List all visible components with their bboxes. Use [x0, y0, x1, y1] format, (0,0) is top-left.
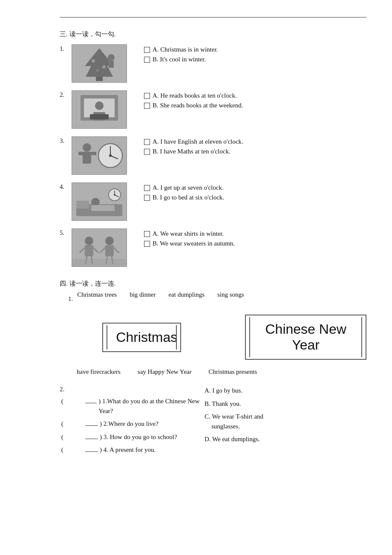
svg-point-3 — [92, 59, 95, 63]
item-options-1: A. Christmas is in winter. B. It's cool … — [144, 44, 218, 63]
option-3b: B. I have Maths at ten o'clock. — [144, 148, 243, 155]
svg-rect-2 — [96, 77, 103, 81]
item-image-1 — [72, 44, 127, 83]
q2-row-3: ( ) 3. How do you go to school? — [60, 432, 205, 442]
svg-rect-45 — [72, 259, 127, 266]
item-num-3: 3. — [60, 136, 72, 145]
svg-point-39 — [105, 237, 114, 245]
q2-row-2: ( ) 2.Where do you live? — [60, 419, 205, 429]
svg-rect-40 — [105, 245, 114, 256]
item-num-2: 2. — [60, 90, 72, 98]
answer-row-1: A. I go by bus. — [205, 386, 315, 396]
section4: 四. 读一读，连一连. 1. Christmas trees big dinne… — [60, 280, 366, 458]
answer-label-1: A. — [205, 387, 211, 394]
q2-two-col: 2. ( ) 1.What do you do at the Chinese N… — [60, 386, 366, 458]
checkbox-2a[interactable] — [144, 93, 150, 99]
bottom-word-1: have firecrackers — [77, 368, 121, 376]
option-5a: A. We wear shirts in winter. — [144, 230, 235, 237]
item-num-4: 4. — [60, 182, 72, 191]
svg-rect-21 — [78, 152, 84, 155]
words-row: Christmas trees big dinner eat dumplings… — [77, 291, 244, 298]
option-3a: A. I have English at eleven o'clock. — [144, 138, 243, 145]
q2-text-2: ) 2.Where do you live? — [100, 419, 159, 429]
section3-title: 三. 读一读，勾一勾. — [60, 30, 366, 38]
answer-row-4: D. We eat dumplings. — [205, 434, 315, 444]
bottom-word-3: Christmas presents — [209, 368, 257, 376]
checkbox-5b[interactable] — [144, 241, 150, 247]
top-divider — [60, 17, 366, 17]
answer-text-4: We eat dumplings. — [212, 436, 260, 442]
answer-label-3: C. — [205, 413, 210, 420]
checkbox-2b[interactable] — [144, 103, 150, 109]
answer-label-2: B. — [205, 400, 210, 407]
checkbox-4a[interactable] — [144, 185, 150, 191]
svg-point-11 — [95, 101, 104, 110]
item-image-2 — [72, 90, 127, 129]
checkbox-3a[interactable] — [144, 139, 150, 145]
q2-answers-col: A. I go by bus. B. Thank you. C. We wear… — [205, 386, 315, 458]
q2-blank-1[interactable] — [85, 396, 97, 403]
checkbox-5a[interactable] — [144, 231, 150, 237]
q2-blank-2[interactable] — [85, 419, 98, 426]
svg-rect-34 — [85, 245, 93, 256]
item-row-3: 3. A. I have English at eleven o'clock. — [60, 136, 366, 175]
item-row-4: 4. A. I get up at seven o'clock. — [60, 182, 366, 221]
word-2: big dinner — [130, 291, 156, 298]
svg-rect-7 — [109, 61, 114, 68]
svg-point-6 — [108, 54, 115, 61]
item-options-4: A. I get up at seven o'clock. B. I go to… — [144, 182, 224, 201]
section4-q2: 2. ( ) 1.What do you do at the Chinese N… — [60, 386, 366, 458]
answer-text-2: Thank you. — [212, 400, 241, 407]
svg-rect-27 — [91, 205, 115, 211]
option-4b: B. I go to bed at six o'clock. — [144, 194, 224, 201]
q2-row-1: ( ) 1.What do you do at the Chinese New … — [60, 396, 205, 416]
q2-blank-3[interactable] — [85, 432, 98, 439]
q1-row: 1. Christmas trees big dinner eat dumpli… — [68, 291, 366, 307]
q2-paren-1: ( — [60, 396, 85, 406]
option-2a: A. He reads books at ten o'clock. — [144, 92, 243, 99]
option-4a: A. I get up at seven o'clock. — [144, 184, 224, 191]
option-1a: A. Christmas is in winter. — [144, 46, 218, 53]
checkbox-1a[interactable] — [144, 47, 150, 53]
q2-text-4: ) 4. A present for you. — [100, 445, 156, 455]
section3: 三. 读一读，勾一勾. 1. A. Christmas is in win — [60, 30, 366, 267]
q2-paren-2: ( — [60, 419, 85, 429]
festival-box-cny: Chinese New Year — [245, 315, 366, 360]
svg-rect-22 — [91, 152, 96, 155]
section4-title: 四. 读一读，连一连. — [60, 280, 366, 288]
word-1: Christmas trees — [77, 291, 117, 298]
bottom-words-row: have firecrackers say Happy New Year Chr… — [77, 368, 366, 376]
answer-row-3: C. We wear T-shirt and sunglasses. — [205, 412, 315, 431]
q2-text-3: ) 3. How do you go to school? — [100, 432, 177, 442]
festival-box-christmas: Christmas — [102, 323, 181, 352]
svg-point-33 — [85, 237, 93, 245]
item-image-3 — [72, 136, 127, 175]
checkbox-4b[interactable] — [144, 195, 150, 201]
svg-rect-13 — [90, 114, 109, 119]
answer-label-4: D. — [205, 436, 211, 442]
checkbox-3b[interactable] — [144, 149, 150, 155]
answer-row-2: B. Thank you. — [205, 399, 315, 409]
bottom-word-2: say Happy New Year — [138, 368, 192, 376]
q2-text-1: ) 1.What do you do at the Chinese New Ye… — [98, 396, 205, 416]
item-num-5: 5. — [60, 228, 72, 237]
word-3: eat dumplings — [168, 291, 205, 298]
item-num-1: 1. — [60, 44, 72, 52]
item-row-1: 1. A. Christmas is in winter. — [60, 44, 366, 83]
q2-paren-3: ( — [60, 432, 85, 442]
answer-text-3b: sunglasses. — [205, 422, 315, 431]
answer-text-1: I go by bus. — [212, 387, 242, 394]
option-2b: B. She reads books at the weekend. — [144, 102, 243, 109]
word-4: sing songs — [217, 291, 244, 298]
svg-rect-25 — [76, 201, 89, 208]
svg-point-4 — [102, 65, 106, 69]
checkbox-1b[interactable] — [144, 57, 150, 63]
svg-point-19 — [83, 143, 91, 152]
item-row-2: 2. A. He reads books at ten o'clock. B. … — [60, 90, 366, 129]
item-image-4 — [72, 182, 127, 221]
option-1b: B. It's cool in winter. — [144, 56, 218, 63]
q2-blank-4[interactable] — [85, 445, 98, 452]
svg-point-5 — [96, 69, 99, 72]
q1-label: 1. — [68, 295, 73, 303]
item-options-5: A. We wear shirts in winter. B. We wear … — [144, 228, 235, 247]
